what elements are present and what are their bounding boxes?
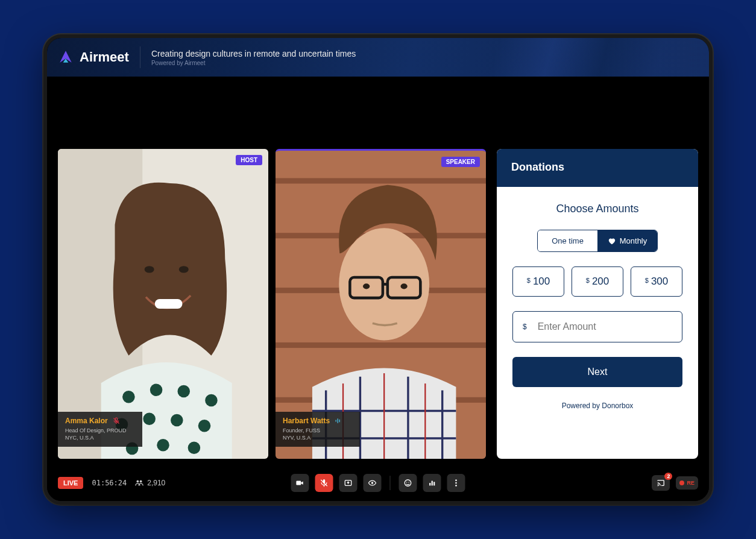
svg-rect-52: [432, 481, 433, 486]
currency-symbol: $: [523, 323, 527, 331]
next-button[interactable]: Next: [512, 357, 682, 387]
svg-point-4: [179, 266, 189, 273]
svg-point-16: [188, 441, 201, 454]
svg-rect-53: [433, 482, 435, 485]
visibility-button[interactable]: [364, 474, 382, 492]
amount-presets: $100 $200 $300: [512, 266, 682, 297]
svg-point-12: [171, 414, 183, 427]
svg-point-15: [157, 439, 169, 452]
svg-rect-38: [336, 420, 337, 422]
mic-muted-icon: [113, 417, 120, 424]
svg-rect-51: [429, 483, 430, 485]
heart-icon: [608, 237, 616, 245]
choose-amounts-heading: Choose Amounts: [512, 203, 682, 215]
nameplate-speaker: Harbart Watts Founder, FUSS NYV, U.S.A: [276, 412, 360, 447]
svg-point-50: [408, 482, 409, 483]
event-subtitle: Powered by Airmeet: [151, 60, 356, 66]
speaker-location: NYC, U.S.A: [65, 435, 135, 441]
amount-100-button[interactable]: $100: [512, 266, 564, 297]
upload-icon: [344, 479, 353, 487]
bottom-right: 2 RE: [652, 475, 698, 491]
svg-rect-21: [276, 342, 486, 348]
bottom-left: LIVE 01:56:24 2,910: [58, 477, 165, 489]
device-frame: Airmeet Creating design cultures in remo…: [43, 34, 713, 505]
svg-point-54: [455, 479, 457, 481]
speaker-role: Head Of Design, PROUD: [65, 427, 135, 433]
event-title: Creating design cultures in remote and u…: [151, 49, 356, 58]
svg-rect-39: [338, 418, 339, 423]
amount-200-button[interactable]: $200: [572, 266, 623, 297]
record-dot-icon: [679, 481, 684, 485]
camera-icon: [296, 479, 304, 487]
powered-by-donorbox: Powered by Donorbox: [512, 402, 682, 410]
speaker-name: Harbart Watts: [283, 417, 330, 425]
camera-button[interactable]: [291, 474, 309, 492]
cast-icon: [657, 479, 665, 487]
svg-point-7: [150, 383, 163, 396]
more-vertical-icon: [452, 479, 461, 487]
header: Airmeet Creating design cultures in remo…: [47, 38, 709, 77]
cast-count-badge: 2: [664, 473, 672, 480]
speaker-location: NYV, U.S.A: [283, 435, 353, 441]
svg-point-27: [363, 283, 370, 289]
audio-active-icon: [335, 417, 342, 424]
main-content: HOST Amma Kalor Head Of Design, PROUD NY…: [47, 77, 709, 465]
mic-button[interactable]: [315, 474, 333, 492]
viewer-count-value: 2,910: [147, 479, 165, 487]
share-screen-button[interactable]: [339, 474, 358, 492]
monthly-label: Monthly: [620, 236, 647, 245]
svg-point-8: [177, 385, 190, 398]
svg-point-11: [143, 412, 156, 425]
emoji-button[interactable]: [399, 474, 417, 492]
svg-rect-43: [296, 481, 301, 485]
bottom-center-controls: [291, 474, 465, 492]
role-badge-host: HOST: [236, 155, 262, 165]
svg-rect-40: [339, 420, 341, 423]
speaker-name: Amma Kalor: [65, 417, 108, 425]
record-button[interactable]: RE: [676, 476, 698, 490]
one-time-button[interactable]: One time: [538, 230, 597, 251]
monthly-button[interactable]: Monthly: [597, 230, 657, 251]
svg-point-55: [455, 482, 457, 484]
mic-off-icon: [320, 479, 329, 487]
smile-icon: [404, 479, 412, 487]
svg-point-9: [205, 394, 218, 407]
amount-300-button[interactable]: $300: [631, 266, 682, 297]
svg-point-28: [400, 283, 407, 289]
svg-point-13: [198, 420, 211, 432]
eye-icon: [368, 479, 377, 487]
viewer-count: 2,910: [135, 479, 165, 487]
svg-point-6: [122, 391, 135, 403]
session-timer: 01:56:24: [92, 479, 127, 487]
more-button[interactable]: [447, 474, 465, 492]
nameplate-host: Amma Kalor Head Of Design, PROUD NYC, U.…: [58, 412, 142, 447]
brand-name: Airmeet: [80, 49, 129, 65]
svg-point-47: [371, 482, 374, 484]
video-tile-speaker[interactable]: SPEAKER Harbart Watts Founder, FUSS NYV,…: [276, 149, 486, 459]
event-title-block: Creating design cultures in remote and u…: [151, 49, 356, 66]
poll-button[interactable]: [423, 474, 441, 492]
custom-amount-input[interactable]: [538, 321, 672, 332]
svg-rect-18: [276, 178, 486, 183]
svg-point-41: [137, 480, 139, 482]
role-badge-speaker: SPEAKER: [441, 157, 480, 167]
svg-point-3: [145, 266, 154, 273]
record-label: RE: [687, 480, 695, 486]
header-divider: [140, 46, 140, 68]
bottom-bar: LIVE 01:56:24 2,910: [47, 465, 709, 501]
brand-logo: Airmeet: [58, 49, 129, 65]
donation-body: Choose Amounts One time Monthly $100 $20…: [497, 187, 698, 459]
live-indicator: LIVE: [58, 477, 83, 489]
custom-amount-field[interactable]: $: [512, 311, 682, 342]
svg-point-49: [406, 482, 408, 483]
bar-chart-icon: [428, 479, 436, 487]
video-grid: HOST Amma Kalor Head Of Design, PROUD NY…: [58, 149, 486, 459]
svg-point-42: [140, 480, 142, 482]
app: Airmeet Creating design cultures in remo…: [47, 38, 709, 501]
svg-point-56: [455, 485, 457, 487]
speaker-role: Founder, FUSS: [283, 427, 353, 433]
video-tile-host[interactable]: HOST Amma Kalor Head Of Design, PROUD NY…: [58, 149, 268, 459]
control-divider: [390, 476, 391, 490]
cast-button[interactable]: 2: [652, 475, 670, 491]
donation-title: Donations: [497, 149, 698, 187]
